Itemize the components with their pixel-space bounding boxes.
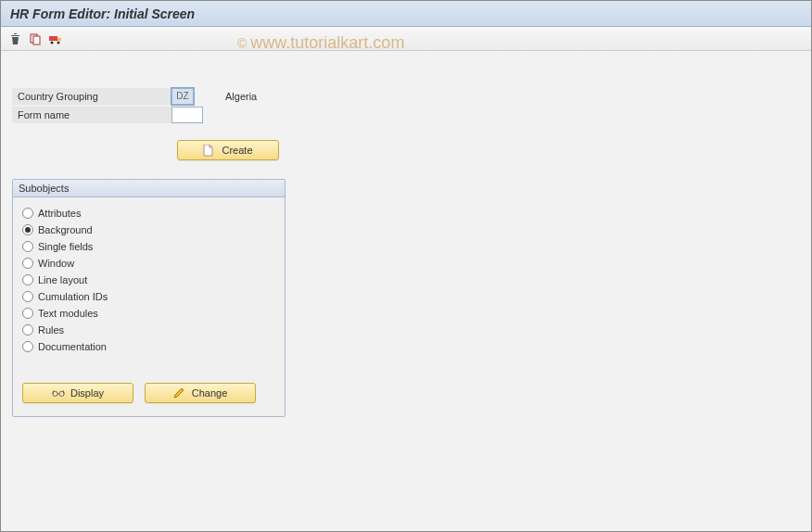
content-area: Country Grouping DZ Algeria Form name Cr… [1,51,811,428]
country-grouping-code[interactable]: DZ [171,88,194,105]
radio-label: Window [38,258,74,269]
country-grouping-text: Algeria [225,91,257,102]
radio-icon [22,308,33,319]
radio-single-fields[interactable]: Single fields [22,238,275,255]
radio-label: Rules [38,324,64,336]
radio-label: Documentation [38,341,107,352]
radio-label: Text modules [38,308,98,319]
form-name-row: Form name [12,107,800,123]
svg-rect-1 [33,36,40,44]
subobjects-groupbox: Subobjects AttributesBackgroundSingle fi… [12,179,285,417]
radio-icon [22,341,33,352]
display-button-label: Display [70,387,104,399]
radio-text-modules[interactable]: Text modules [22,305,275,322]
create-button[interactable]: Create [177,140,279,160]
delete-icon[interactable] [6,31,23,47]
display-button[interactable]: Display [22,383,133,403]
radio-label: Single fields [38,241,93,252]
svg-rect-3 [57,38,61,41]
create-button-label: Create [222,145,252,156]
radio-label: Cumulation IDs [38,291,108,302]
radio-label: Attributes [38,208,81,219]
change-button-label: Change [192,387,228,399]
radio-documentation[interactable]: Documentation [22,338,275,355]
radio-icon [22,324,33,336]
radio-label: Line layout [38,274,87,285]
svg-point-5 [57,41,60,44]
subobjects-title: Subobjects [13,180,285,197]
page-title: HR Form Editor: Initial Screen [1,1,811,27]
copy-icon[interactable] [27,31,44,47]
radio-rules[interactable]: Rules [22,322,275,338]
glasses-icon [52,388,65,398]
radio-icon [22,241,33,252]
radio-attributes[interactable]: Attributes [22,205,275,222]
radio-icon [22,224,33,235]
radio-icon [22,291,33,302]
pencil-icon [173,387,186,399]
subobjects-radio-list: AttributesBackgroundSingle fieldsWindowL… [13,197,285,364]
radio-icon [22,208,33,219]
form-name-label: Form name [12,107,171,123]
radio-label: Background [38,224,93,235]
transport-icon[interactable] [47,31,64,47]
radio-line-layout[interactable]: Line layout [22,272,275,288]
country-grouping-row: Country Grouping DZ Algeria [12,88,800,105]
radio-cumulation-ids[interactable]: Cumulation IDs [22,288,275,305]
change-button[interactable]: Change [145,383,256,403]
svg-point-4 [51,41,54,44]
radio-icon [22,258,33,269]
radio-window[interactable]: Window [22,255,275,272]
radio-icon [22,274,33,285]
radio-background[interactable]: Background [22,222,275,238]
form-name-input[interactable] [171,107,203,123]
document-icon [203,145,216,157]
application-toolbar [1,27,811,51]
country-grouping-label: Country Grouping [12,88,171,105]
svg-rect-2 [49,36,57,41]
